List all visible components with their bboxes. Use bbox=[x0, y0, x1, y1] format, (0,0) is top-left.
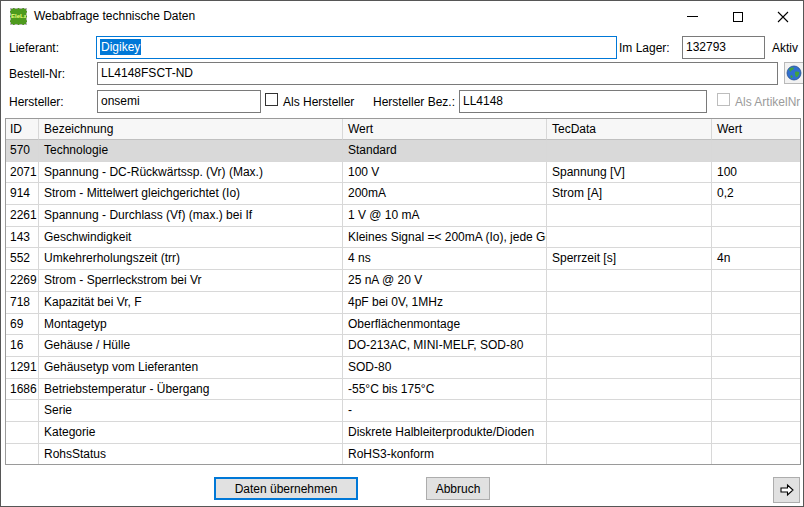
als-hersteller-label: Als Hersteller bbox=[283, 95, 354, 109]
table-cell: Gehäuse / Hülle bbox=[39, 335, 343, 357]
table-cell bbox=[712, 314, 800, 336]
als-hersteller-checkbox[interactable] bbox=[265, 93, 278, 106]
als-artikelnr-label: Als ArtikelNr bbox=[735, 95, 800, 109]
table-cell: Montagetyp bbox=[39, 314, 343, 336]
table-cell bbox=[6, 444, 39, 465]
table-cell bbox=[712, 444, 800, 465]
abbruch-button[interactable]: Abbruch bbox=[426, 477, 490, 500]
hersteller-label: Hersteller: bbox=[9, 95, 64, 109]
arrow-right-icon bbox=[779, 482, 795, 498]
table-cell: Spannung - DC-Rückwärtssp. (Vr) (Max.) bbox=[39, 162, 343, 184]
table-row[interactable]: 552Umkehrerholungszeit (trr)4 nsSperrzei… bbox=[6, 248, 800, 270]
table-cell: Technologie bbox=[39, 140, 343, 162]
table-header-row: ID Bezeichnung Wert TecData Wert bbox=[6, 119, 800, 140]
table-cell bbox=[547, 379, 712, 401]
table-cell bbox=[547, 140, 712, 162]
table-cell: 4 ns bbox=[343, 248, 547, 270]
column-header-bezeichnung[interactable]: Bezeichnung bbox=[39, 119, 343, 140]
tec-data-table: ID Bezeichnung Wert TecData Wert 570Tech… bbox=[5, 118, 801, 465]
table-cell bbox=[712, 422, 800, 444]
table-row[interactable]: 2269Strom - Sperrleckstrom bei Vr25 nA @… bbox=[6, 270, 800, 292]
lieferant-input[interactable]: Digikey bbox=[96, 36, 617, 59]
table-cell: Diskrete Halbleiterprodukte/Dioden bbox=[343, 422, 547, 444]
table-cell: Kategorie bbox=[39, 422, 343, 444]
table-cell bbox=[547, 314, 712, 336]
table-cell: Strom - Sperrleckstrom bei Vr bbox=[39, 270, 343, 292]
table-cell: 2071 bbox=[6, 162, 39, 184]
table-row[interactable]: Serie- bbox=[6, 400, 800, 422]
table-row[interactable]: 2071Spannung - DC-Rückwärtssp. (Vr) (Max… bbox=[6, 162, 800, 184]
close-button[interactable] bbox=[760, 1, 804, 32]
column-header-id[interactable]: ID bbox=[6, 119, 39, 140]
bestell-nr-input[interactable]: LL4148FSCT-ND bbox=[97, 62, 778, 85]
table-cell: 69 bbox=[6, 314, 39, 336]
table-cell: Strom [A] bbox=[547, 183, 712, 205]
table-cell: Umkehrerholungszeit (trr) bbox=[39, 248, 343, 270]
table-cell bbox=[547, 227, 712, 249]
table-cell bbox=[712, 400, 800, 422]
table-cell: Standard bbox=[343, 140, 547, 162]
next-page-button[interactable] bbox=[773, 477, 800, 503]
table-cell: SOD-80 bbox=[343, 357, 547, 379]
hersteller-value: onsemi bbox=[101, 94, 140, 108]
table-row[interactable]: 16Gehäuse / HülleDO-213AC, MINI-MELF, SO… bbox=[6, 335, 800, 357]
table-row[interactable]: 1291Gehäusetyp vom LieferantenSOD-80 bbox=[6, 357, 800, 379]
table-cell bbox=[712, 270, 800, 292]
table-cell: RohsStatus bbox=[39, 444, 343, 465]
table-cell bbox=[6, 400, 39, 422]
table-row[interactable]: KategorieDiskrete Halbleiterprodukte/Dio… bbox=[6, 422, 800, 444]
table-cell: Sperrzeit [s] bbox=[547, 248, 712, 270]
table-row[interactable]: 718Kapazität bei Vr, F4pF bei 0V, 1MHz bbox=[6, 292, 800, 314]
table-row[interactable]: RohsStatusRoHS3-konform bbox=[6, 444, 800, 465]
bestell-nr-label: Bestell-Nr: bbox=[9, 67, 65, 81]
table-cell: 718 bbox=[6, 292, 39, 314]
table-cell: Kapazität bei Vr, F bbox=[39, 292, 343, 314]
table-cell: 0,2 bbox=[712, 183, 800, 205]
dialog-window: EleLa Webabfrage technische Daten Liefer… bbox=[0, 0, 804, 507]
hersteller-bez-input[interactable]: LL4148 bbox=[459, 90, 707, 113]
table-cell bbox=[547, 444, 712, 465]
column-header-wert[interactable]: Wert bbox=[343, 119, 547, 140]
table-cell: Kleines Signal =< 200mA (Io), jede Ges bbox=[343, 227, 547, 249]
hersteller-input[interactable]: onsemi bbox=[97, 90, 261, 113]
column-header-tecdata[interactable]: TecData bbox=[547, 119, 712, 140]
table-cell: RoHS3-konform bbox=[343, 444, 547, 465]
minimize-icon bbox=[687, 16, 698, 17]
als-artikelnr-checkbox bbox=[717, 93, 730, 106]
table-cell: 143 bbox=[6, 227, 39, 249]
maximize-button[interactable] bbox=[715, 1, 760, 32]
table-cell: Gehäusetyp vom Lieferanten bbox=[39, 357, 343, 379]
table-cell: Strom - Mittelwert gleichgerichtet (Io) bbox=[39, 183, 343, 205]
table-row[interactable]: 914Strom - Mittelwert gleichgerichtet (I… bbox=[6, 183, 800, 205]
lieferant-value: Digikey bbox=[100, 39, 141, 55]
table-cell bbox=[547, 400, 712, 422]
table-cell: Oberflächenmontage bbox=[343, 314, 547, 336]
table-cell: 2261 bbox=[6, 205, 39, 227]
table-cell: DO-213AC, MINI-MELF, SOD-80 bbox=[343, 335, 547, 357]
table-cell bbox=[712, 379, 800, 401]
minimize-button[interactable] bbox=[670, 1, 715, 32]
table-cell bbox=[712, 227, 800, 249]
table-row[interactable]: 570TechnologieStandard bbox=[6, 140, 800, 162]
table-cell: 570 bbox=[6, 140, 39, 162]
table-row[interactable]: 143GeschwindigkeitKleines Signal =< 200m… bbox=[6, 227, 800, 249]
web-lookup-button[interactable] bbox=[784, 62, 804, 84]
table-cell: 2269 bbox=[6, 270, 39, 292]
window-title: Webabfrage technische Daten bbox=[34, 9, 195, 23]
daten-uebernehmen-button[interactable]: Daten übernehmen bbox=[214, 477, 358, 500]
table-row[interactable]: 1686Betriebstemperatur - Übergang-55°C b… bbox=[6, 379, 800, 401]
table-cell bbox=[712, 205, 800, 227]
table-cell: 100 V bbox=[343, 162, 547, 184]
table-cell bbox=[712, 357, 800, 379]
table-cell bbox=[712, 292, 800, 314]
table-cell bbox=[547, 357, 712, 379]
column-header-tecwert[interactable]: Wert bbox=[712, 119, 800, 140]
maximize-icon bbox=[733, 12, 743, 22]
table-cell bbox=[547, 205, 712, 227]
table-cell bbox=[547, 422, 712, 444]
table-cell: Spannung [V] bbox=[547, 162, 712, 184]
table-cell bbox=[547, 292, 712, 314]
table-row[interactable]: 69MontagetypOberflächenmontage bbox=[6, 314, 800, 336]
im-lager-input[interactable]: 132793 bbox=[682, 36, 765, 59]
table-row[interactable]: 2261Spannung - Durchlass (Vf) (max.) bei… bbox=[6, 205, 800, 227]
